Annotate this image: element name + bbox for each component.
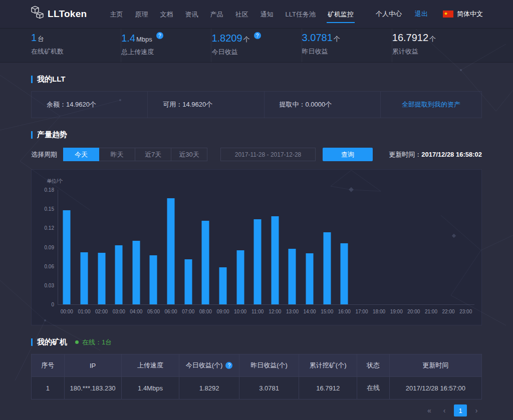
nav-item-community[interactable]: 社区 bbox=[229, 0, 254, 29]
first-page-button[interactable]: « bbox=[424, 405, 435, 416]
chart-column: 06:00 bbox=[162, 190, 180, 304]
title-accent-bar bbox=[31, 338, 33, 346]
period-button-group: 今天 昨天 近7天 近30天 bbox=[63, 148, 207, 161]
logo[interactable]: LLToken bbox=[31, 6, 87, 23]
help-icon[interactable]: ? bbox=[225, 362, 232, 369]
chart-x-tick: 05:00 bbox=[147, 309, 160, 314]
header-update-time: 更新时间 bbox=[390, 354, 481, 376]
header-today-earnings: 今日收益(个) ? bbox=[179, 354, 239, 376]
chart-column: 20:00 bbox=[405, 190, 423, 304]
table-row: 1 180.***.183.230 1.4Mbps 1.8292 3.0781 … bbox=[32, 377, 481, 399]
query-button[interactable]: 查询 bbox=[323, 148, 373, 161]
update-time-label: 更新时间： bbox=[389, 151, 421, 158]
next-page-button[interactable]: › bbox=[471, 405, 482, 416]
my-llt-panel: 余额：14.9620个 可用：14.9620个 提取中：0.0000个 全部提取… bbox=[31, 91, 482, 118]
section-title-text: 我的矿机 bbox=[37, 337, 67, 347]
online-count-text: 在线：1台 bbox=[82, 338, 112, 347]
cell-today-earnings: 1.8292 bbox=[179, 377, 239, 399]
update-time-value: 2017/12/28 16:58:02 bbox=[421, 151, 482, 158]
header-label: 今日收益(个) bbox=[186, 361, 223, 370]
nav-item-llt-task-pool[interactable]: LLT任务池 bbox=[279, 0, 321, 29]
header-total-mined: 累计挖矿(个) bbox=[299, 354, 357, 376]
nav-item-news[interactable]: 资讯 bbox=[179, 0, 204, 29]
chart-x-tick: 08:00 bbox=[199, 309, 212, 314]
chart-column: 10:00 bbox=[231, 190, 249, 304]
chart-x-tick: 23:00 bbox=[459, 309, 472, 314]
online-indicator: 在线：1台 bbox=[75, 338, 112, 347]
chart-bar bbox=[219, 267, 226, 304]
stat-value: 1 bbox=[31, 32, 37, 43]
chart-y-tick: 0.06 bbox=[45, 263, 54, 269]
chart-bar bbox=[80, 252, 88, 304]
nav-item-products[interactable]: 产品 bbox=[204, 0, 229, 29]
language-selector[interactable]: ★ 简体中文 bbox=[443, 10, 483, 19]
chart-column: 12:00 bbox=[267, 190, 284, 304]
chart-bar bbox=[306, 253, 314, 304]
stat-unit: 台 bbox=[38, 35, 44, 43]
period-button-30days[interactable]: 近30天 bbox=[171, 148, 207, 161]
chart-y-axis: 00.030.060.090.120.150.18 bbox=[35, 190, 58, 304]
header-upload-speed: 上传速度 bbox=[122, 354, 180, 376]
nav-item-miner-monitor[interactable]: 矿机监控 bbox=[322, 0, 360, 29]
chart-column: 03:00 bbox=[110, 190, 128, 304]
chart-x-tick: 10:00 bbox=[234, 309, 246, 314]
period-button-today[interactable]: 今天 bbox=[63, 148, 99, 161]
chart-column: 00:00 bbox=[58, 190, 76, 304]
withdraw-all-link[interactable]: 全部提取到我的资产 bbox=[402, 100, 460, 109]
chart-column: 07:00 bbox=[179, 190, 197, 304]
cell-ip: 180.***.183.230 bbox=[65, 377, 122, 399]
chart-bar bbox=[289, 249, 296, 304]
production-trend-chart: 单位/个 00.030.060.090.120.150.18 00:0001:0… bbox=[31, 169, 482, 325]
chart-x-tick: 13:00 bbox=[286, 309, 299, 314]
header-status: 状态 bbox=[357, 354, 390, 376]
chart-column: 05:00 bbox=[145, 190, 162, 304]
logout-link[interactable]: 退出 bbox=[415, 10, 428, 19]
chart-column: 04:00 bbox=[128, 190, 145, 304]
chart-column: 08:00 bbox=[197, 190, 214, 304]
user-center-link[interactable]: 个人中心 bbox=[376, 10, 402, 19]
nav-item-home[interactable]: 主页 bbox=[104, 0, 129, 29]
section-title-text: 产量趋势 bbox=[37, 130, 67, 140]
chart-bar bbox=[236, 250, 244, 304]
period-button-7days[interactable]: 近7天 bbox=[135, 148, 171, 161]
nav-item-principle[interactable]: 原理 bbox=[129, 0, 154, 29]
chart-x-tick: 16:00 bbox=[338, 309, 351, 314]
prev-page-button[interactable]: ‹ bbox=[439, 405, 450, 416]
chart-x-tick: 04:00 bbox=[130, 309, 142, 314]
chart-x-tick: 00:00 bbox=[61, 309, 73, 314]
chart-x-tick: 03:00 bbox=[113, 309, 125, 314]
help-icon[interactable]: ? bbox=[156, 32, 163, 39]
stat-total-earnings: 16.7912个 累计收益 bbox=[392, 29, 482, 62]
main-nav: 主页 原理 文档 资讯 产品 社区 通知 LLT任务池 矿机监控 bbox=[104, 0, 359, 29]
chart-bar bbox=[254, 219, 262, 304]
chart-bar bbox=[202, 221, 209, 304]
stat-value: 1.4 bbox=[121, 33, 135, 44]
miners-table: 序号 IP 上传速度 今日收益(个) ? 昨日收益(个) 累计挖矿(个) 状态 … bbox=[31, 354, 482, 399]
help-icon[interactable]: ? bbox=[254, 32, 261, 39]
chart-bar bbox=[115, 245, 123, 304]
cell-index: 1 bbox=[32, 377, 65, 399]
my-llt-section-title: 我的LLT bbox=[31, 75, 482, 84]
top-nav-bar: LLToken 主页 原理 文档 资讯 产品 社区 通知 LLT任务池 矿机监控… bbox=[0, 0, 513, 29]
nav-item-docs[interactable]: 文档 bbox=[154, 0, 179, 29]
chart-y-tick: 0.09 bbox=[45, 244, 54, 250]
cell-yesterday-earnings: 3.0781 bbox=[239, 377, 299, 399]
trend-controls: 选择周期 今天 昨天 近7天 近30天 2017-11-28 - 2017-12… bbox=[31, 148, 482, 161]
chart-x-tick: 15:00 bbox=[321, 309, 333, 314]
chart-bar bbox=[271, 216, 279, 304]
chart-column: 18:00 bbox=[370, 190, 388, 304]
current-page-button[interactable]: 1 bbox=[454, 404, 467, 416]
chart-bar bbox=[167, 198, 175, 304]
chart-bars: 00:0001:0002:0003:0004:0005:0006:0007:00… bbox=[58, 190, 474, 304]
cell-upload-speed: 1.4Mbps bbox=[122, 377, 180, 399]
section-title-text: 我的LLT bbox=[37, 75, 65, 84]
chart-bar bbox=[98, 253, 105, 304]
chart-x-tick: 18:00 bbox=[373, 309, 385, 314]
nav-item-notice[interactable]: 通知 bbox=[254, 0, 279, 29]
stat-today-earnings: 1.8209个? 今日收益 bbox=[211, 29, 302, 62]
period-button-yesterday[interactable]: 昨天 bbox=[99, 148, 135, 161]
date-range-input[interactable]: 2017-11-28 - 2017-12-28 bbox=[220, 148, 316, 161]
chart-bar bbox=[184, 259, 192, 304]
chart-column: 14:00 bbox=[301, 190, 319, 304]
chart-x-tick: 07:00 bbox=[182, 309, 194, 314]
